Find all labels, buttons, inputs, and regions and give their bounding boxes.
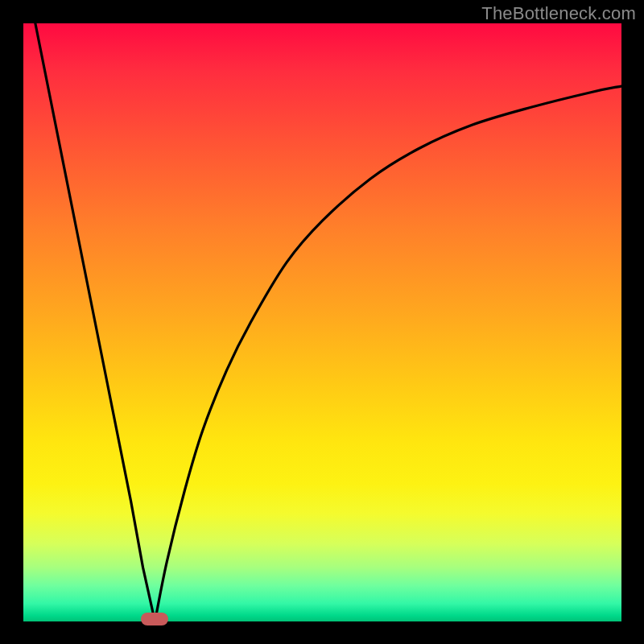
watermark-text: TheBottleneck.com bbox=[481, 3, 636, 24]
curve-layer bbox=[23, 23, 621, 621]
optimal-marker bbox=[141, 613, 168, 625]
chart-frame: TheBottleneck.com bbox=[0, 0, 644, 644]
bottleneck-curve bbox=[35, 23, 621, 621]
